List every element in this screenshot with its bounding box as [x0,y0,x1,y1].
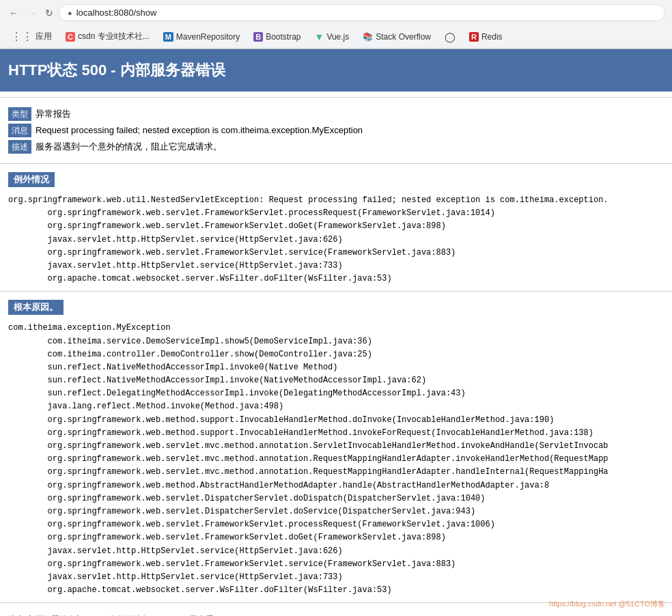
stackoverflow-icon: 📚 [363,32,373,42]
divider-1 [0,97,672,98]
bookmark-redis[interactable]: R Redis [464,30,508,44]
description-value: 服务器遇到一个意外的情况，阻止它完成请求。 [36,140,222,154]
root-cause-trace: com.itheima.exception.MyException com.it… [0,319,672,600]
bookmark-maven[interactable]: M MavenRepository [158,30,246,44]
redis-icon: R [469,32,479,42]
error-header: HTTP状态 500 - 内部服务器错误 [0,49,672,92]
bookmark-apps-label: 应用 [36,31,52,42]
maven-icon: M [163,32,173,42]
bookmark-github[interactable]: ◯ [439,29,461,44]
bookmark-bootstrap[interactable]: B Bootstrap [248,30,306,44]
description-row: 描述 服务器遇到一个意外的情况，阻止它完成请求。 [8,140,664,154]
apps-icon: ⋮⋮ [11,30,33,43]
message-label: 消息 [8,124,31,137]
type-value: 异常报告 [36,107,71,121]
csdn-icon: C [66,32,75,42]
message-value: Request processing failed; nested except… [36,124,363,137]
vuejs-icon: ▼ [315,31,324,42]
github-icon: ◯ [445,31,456,42]
type-row: 类型 异常报告 [8,107,664,121]
address-text: localhost:8080/show [76,8,157,18]
message-row: 消息 Request processing failed; nested exc… [8,124,664,137]
bookmark-stackoverflow[interactable]: 📚 Stack Overflow [357,30,436,44]
bookmark-bootstrap-label: Bootstrap [266,32,300,42]
type-label: 类型 [8,107,31,121]
bookmark-vuejs[interactable]: ▼ Vue.js [309,29,355,44]
lock-icon: ● [68,9,72,17]
refresh-button[interactable]: ↻ [45,8,53,18]
browser-toolbar: ← → ↻ ● localhost:8080/show [0,0,672,25]
divider-3 [0,291,672,292]
forward-button[interactable]: → [26,6,40,20]
bookmark-csdn-label: csdn 专业it技术社... [78,31,150,42]
browser-chrome: ← → ↻ ● localhost:8080/show ⋮⋮ 应用 C csdn… [0,0,672,49]
divider-2 [0,163,672,164]
description-label: 描述 [8,140,31,154]
error-title: HTTP状态 500 - 内部服务器错误 [8,61,225,79]
bookmark-redis-label: Redis [481,32,503,42]
bookmark-stackoverflow-label: Stack Overflow [376,32,431,42]
exception-trace: org.springframework.web.util.NestedServl… [0,191,672,288]
address-bar[interactable]: ● localhost:8080/show [59,4,665,21]
bootstrap-icon: B [253,32,263,42]
bookmark-csdn[interactable]: C csdn 专业it技术社... [60,29,155,44]
bookmark-vuejs-label: Vue.js [326,32,349,42]
footer-note: 注意 主要问题的全部 stack 信息可以在 server.log 里查看 [0,610,672,616]
page-content: HTTP状态 500 - 内部服务器错误 类型 异常报告 消息 Request … [0,49,672,616]
bookmarks-bar: ⋮⋮ 应用 C csdn 专业it技术社... M MavenRepositor… [0,25,672,48]
info-section: 类型 异常报告 消息 Request processing failed; ne… [0,100,672,160]
exception-section-title: 例外情况 [8,172,55,187]
csdn-watermark: https://blog.csdn.net @51CTO博客 [549,599,665,609]
bookmark-apps[interactable]: ⋮⋮ 应用 [5,28,57,45]
root-cause-section-title: 根本原因。 [8,300,64,315]
bookmark-maven-label: MavenRepository [176,32,240,42]
back-button[interactable]: ← [7,6,20,20]
